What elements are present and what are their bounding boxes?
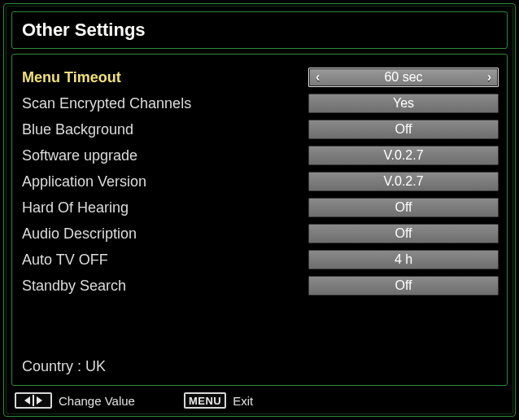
settings-value-box[interactable]: ‹60 sec› <box>308 68 499 87</box>
settings-value: Off <box>395 226 412 241</box>
settings-row-label: Standby Search <box>20 278 308 295</box>
left-right-key-icon <box>15 392 52 409</box>
settings-row-label: Application Version <box>20 173 308 190</box>
settings-value-box[interactable]: Off <box>308 224 499 243</box>
tv-settings-screen: Other Settings Menu Timeout‹60 sec›Scan … <box>0 0 519 420</box>
settings-row-label: Audio Description <box>20 225 308 243</box>
hint-change-value: Change Value <box>15 392 135 409</box>
hint-exit-label: Exit <box>233 394 253 408</box>
settings-value: Off <box>395 200 412 215</box>
settings-value-box[interactable]: Yes <box>308 94 499 113</box>
settings-list[interactable]: Menu Timeout‹60 sec›Scan Encrypted Chann… <box>20 64 499 299</box>
country-value: UK <box>85 358 106 374</box>
settings-row[interactable]: Auto TV OFF4 h <box>20 247 499 273</box>
settings-value-box[interactable]: 4 h <box>308 250 499 269</box>
settings-value-box[interactable]: Off <box>308 276 499 295</box>
settings-row[interactable]: Menu Timeout‹60 sec› <box>20 64 499 90</box>
settings-panel: Menu Timeout‹60 sec›Scan Encrypted Chann… <box>11 54 508 386</box>
settings-row-label: Menu Timeout <box>20 69 308 86</box>
settings-value: V.0.2.7 <box>383 148 423 163</box>
settings-value-box[interactable]: Off <box>308 120 499 139</box>
chevron-right-icon[interactable]: › <box>487 71 491 84</box>
hint-change-value-label: Change Value <box>59 394 135 408</box>
settings-row[interactable]: Blue BackgroundOff <box>20 116 499 142</box>
menu-key-icon: MENU <box>184 392 226 409</box>
settings-row[interactable]: Hard Of HearingOff <box>20 195 499 221</box>
page-title: Other Settings <box>22 20 146 41</box>
settings-value: 60 sec <box>384 70 422 85</box>
country-row: Country : UK <box>22 358 106 375</box>
settings-value: Yes <box>393 96 414 111</box>
settings-value-box[interactable]: V.0.2.7 <box>308 146 499 165</box>
settings-row-label: Auto TV OFF <box>20 252 308 269</box>
title-bar: Other Settings <box>11 11 508 49</box>
settings-row[interactable]: Standby SearchOff <box>20 273 499 299</box>
settings-row[interactable]: Software upgradeV.0.2.7 <box>20 142 499 168</box>
settings-row[interactable]: Scan Encrypted ChannelsYes <box>20 90 499 116</box>
settings-value-box[interactable]: V.0.2.7 <box>308 172 499 191</box>
settings-row-label: Blue Background <box>20 121 308 138</box>
settings-value: Off <box>395 122 412 137</box>
country-label: Country <box>22 358 73 374</box>
settings-row[interactable]: Audio DescriptionOff <box>20 221 499 247</box>
hint-exit: MENU Exit <box>184 392 253 409</box>
chevron-left-icon[interactable]: ‹ <box>316 71 320 84</box>
footer-hints: Change Value MENU Exit <box>15 391 504 410</box>
settings-value: V.0.2.7 <box>383 174 423 189</box>
country-separator: : <box>77 358 85 374</box>
settings-row[interactable]: Application VersionV.0.2.7 <box>20 168 499 195</box>
settings-value: 4 h <box>395 252 412 267</box>
settings-row-label: Software upgrade <box>20 147 308 164</box>
settings-row-label: Scan Encrypted Channels <box>20 95 308 112</box>
settings-row-label: Hard Of Hearing <box>20 199 308 217</box>
settings-value-box[interactable]: Off <box>308 198 499 217</box>
settings-value: Off <box>395 278 412 293</box>
